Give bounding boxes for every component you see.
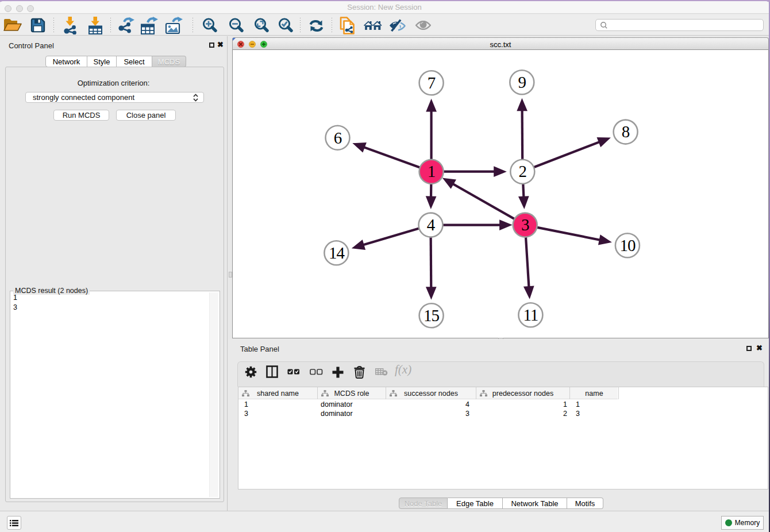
svg-text:2: 2 xyxy=(519,162,527,180)
svg-text:6: 6 xyxy=(334,129,342,147)
svg-text:9: 9 xyxy=(518,73,526,91)
svg-text:15: 15 xyxy=(424,306,440,325)
svg-text:8: 8 xyxy=(622,122,630,141)
svg-text:3: 3 xyxy=(521,215,529,234)
svg-text:1: 1 xyxy=(428,162,436,180)
svg-text:14: 14 xyxy=(329,244,345,262)
svg-text:10: 10 xyxy=(619,236,636,255)
svg-text:4: 4 xyxy=(427,215,436,234)
svg-text:11: 11 xyxy=(523,306,538,324)
svg-text:7: 7 xyxy=(428,74,436,92)
